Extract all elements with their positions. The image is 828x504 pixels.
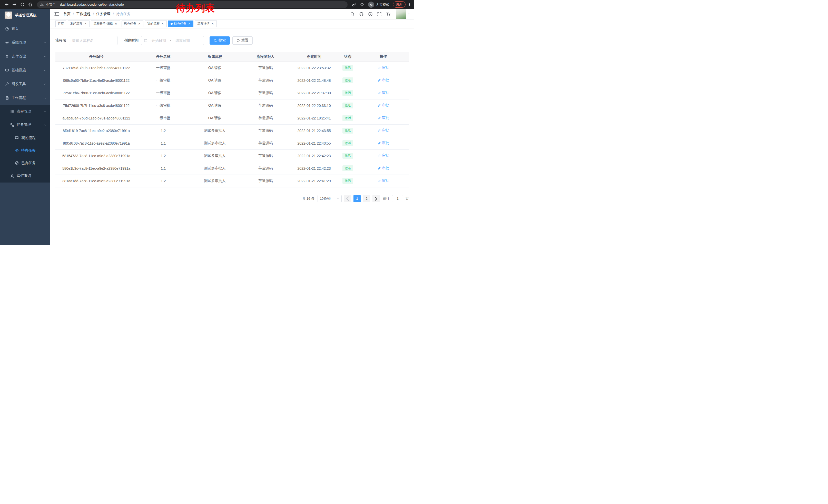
approve-button[interactable]: 审批 xyxy=(378,166,389,171)
sidebar-item-done-tasks[interactable]: 已办任务 xyxy=(0,156,50,169)
refresh-icon[interactable] xyxy=(20,2,25,7)
close-icon[interactable] xyxy=(211,22,214,26)
monitor-icon xyxy=(5,68,9,72)
cell-task-name: 一级审批 xyxy=(137,61,189,74)
edit-icon xyxy=(378,104,381,107)
cell-status: 激活 xyxy=(338,61,358,74)
tab-6[interactable]: 流程详情 xyxy=(195,20,217,27)
approve-button[interactable]: 审批 xyxy=(378,65,389,70)
approve-button[interactable]: 审批 xyxy=(378,103,389,108)
approve-button[interactable]: 审批 xyxy=(378,116,389,120)
menu-fold-icon[interactable] xyxy=(54,11,59,17)
tab-1[interactable]: 发起流程 xyxy=(68,20,89,27)
close-icon[interactable] xyxy=(114,22,118,26)
close-icon[interactable] xyxy=(161,22,164,26)
create-time-label: 创建时间 xyxy=(124,38,138,43)
close-icon[interactable] xyxy=(188,22,191,26)
key-icon[interactable] xyxy=(352,2,356,7)
approve-button[interactable]: 审批 xyxy=(378,141,389,145)
sidebar-item-home[interactable]: 首页 xyxy=(0,22,50,36)
approve-button[interactable]: 审批 xyxy=(378,78,389,83)
browser-menu-icon[interactable] xyxy=(408,3,411,6)
breadcrumb-item: 待办任务 xyxy=(116,12,131,16)
cell-created: 2022-01-22 20:33:10 xyxy=(291,99,338,112)
approve-button[interactable]: 审批 xyxy=(378,153,389,158)
edit-icon xyxy=(378,79,381,82)
search-button[interactable]: 搜索 xyxy=(210,36,230,45)
back-icon[interactable] xyxy=(4,2,9,7)
sidebar-item-todo-tasks[interactable]: 待办任务 xyxy=(0,144,50,156)
update-button[interactable]: 更新 xyxy=(393,1,406,8)
tab-0[interactable]: 首页 xyxy=(55,20,66,27)
tab-5[interactable]: 待办任务 xyxy=(168,20,194,27)
sidebar: 芋道管理系统 首页 系统管理 支付管理 基础设施 研发工具 工作流程 流程管理 … xyxy=(0,9,50,252)
pagination: 共 16 条 10条/页 12 前往 页 xyxy=(55,195,409,202)
total-count: 共 16 条 xyxy=(302,196,315,201)
breadcrumb-item[interactable]: 工作流程 xyxy=(76,12,90,16)
avatar[interactable] xyxy=(396,9,406,19)
forward-icon[interactable] xyxy=(12,2,17,7)
cell-process: OA 请假 xyxy=(189,112,240,124)
table-header-row: 任务编号任务名称所属流程流程发起人创建时间状态操作 xyxy=(55,52,409,61)
date-range-picker[interactable]: - xyxy=(141,36,204,45)
close-icon[interactable] xyxy=(137,22,141,26)
github-icon[interactable] xyxy=(359,12,364,16)
yen-icon xyxy=(5,55,9,58)
process-name-input[interactable] xyxy=(69,36,118,45)
sidebar-item-process-mgmt[interactable]: 流程管理 xyxy=(0,105,50,118)
app-logo[interactable]: 芋道管理系统 xyxy=(0,9,50,22)
search-icon[interactable] xyxy=(350,12,355,16)
breadcrumb-item[interactable]: 首页 xyxy=(64,12,71,16)
goto-page-input[interactable] xyxy=(392,195,403,202)
caret-down-icon[interactable] xyxy=(408,13,410,15)
page-button-1[interactable]: 1 xyxy=(354,195,361,202)
start-date-input[interactable] xyxy=(149,39,168,43)
address-divider xyxy=(58,3,58,6)
home-icon[interactable] xyxy=(28,2,33,7)
column-header: 流程发起人 xyxy=(240,52,291,61)
page-size-select[interactable]: 10条/页 xyxy=(318,195,342,202)
url-text: dashboard.yudao.iocoder.cn/bpm/task/todo xyxy=(60,3,124,6)
security-label: 不安全 xyxy=(46,2,56,7)
sidebar-item-system[interactable]: 系统管理 xyxy=(0,36,50,49)
cell-status: 激活 xyxy=(338,99,358,112)
sidebar-item-payment[interactable]: 支付管理 xyxy=(0,49,50,63)
breadcrumb-item[interactable]: 任务管理 xyxy=(96,12,111,16)
sidebar-menu: 首页 系统管理 支付管理 基础设施 研发工具 工作流程 流程管理 任务管理 我的… xyxy=(0,22,50,183)
address-bar[interactable]: 不安全 dashboard.yudao.iocoder.cn/bpm/task/… xyxy=(37,1,347,8)
breadcrumb-separator: / xyxy=(113,12,114,16)
approve-button[interactable]: 审批 xyxy=(378,128,389,133)
font-size-icon[interactable] xyxy=(386,12,391,16)
next-page-button[interactable] xyxy=(372,195,380,202)
cell-task-name: 1.2 xyxy=(137,175,189,187)
chevron-down-icon xyxy=(43,83,46,86)
approve-button[interactable]: 审批 xyxy=(378,178,389,183)
bookmark-star-icon[interactable] xyxy=(360,2,364,7)
cell-process: 测试多审批人 xyxy=(189,162,240,175)
prev-page-button[interactable] xyxy=(344,195,351,202)
cell-starter: 芋道源码 xyxy=(240,74,291,87)
sidebar-item-workflow[interactable]: 工作流程 xyxy=(0,91,50,105)
sidebar-item-my-process[interactable]: 我的流程 xyxy=(0,132,50,144)
cell-process: OA 请假 xyxy=(189,99,240,112)
sidebar-item-task-mgmt[interactable]: 任务管理 xyxy=(0,118,50,132)
fullscreen-icon[interactable] xyxy=(377,12,382,16)
page-button-2[interactable]: 2 xyxy=(363,195,370,202)
sidebar-item-infra[interactable]: 基础设施 xyxy=(0,63,50,77)
cell-status: 激活 xyxy=(338,87,358,99)
tab-4[interactable]: 我的流程 xyxy=(145,20,167,27)
sidebar-item-leave-query[interactable]: 请假查询 xyxy=(0,169,50,183)
close-icon[interactable] xyxy=(84,22,87,26)
reset-button[interactable]: 重置 xyxy=(233,36,253,45)
edit-icon xyxy=(378,141,381,145)
help-icon[interactable] xyxy=(368,12,373,16)
user-icon xyxy=(10,174,14,178)
tab-3[interactable]: 已办任务 xyxy=(122,20,143,27)
end-date-input[interactable] xyxy=(173,39,192,43)
approve-button[interactable]: 审批 xyxy=(378,91,389,95)
table-row: 580e1b3d-7ac8-11ec-a9e2-a2380e71991a 1.1… xyxy=(55,162,409,175)
not-secure-icon xyxy=(40,3,44,6)
sidebar-item-devtools[interactable]: 研发工具 xyxy=(0,77,50,91)
filter-form: 流程名 创建时间 - 搜索 重置 xyxy=(55,36,409,45)
tab-2[interactable]: 流程表单-编辑 xyxy=(91,20,120,27)
